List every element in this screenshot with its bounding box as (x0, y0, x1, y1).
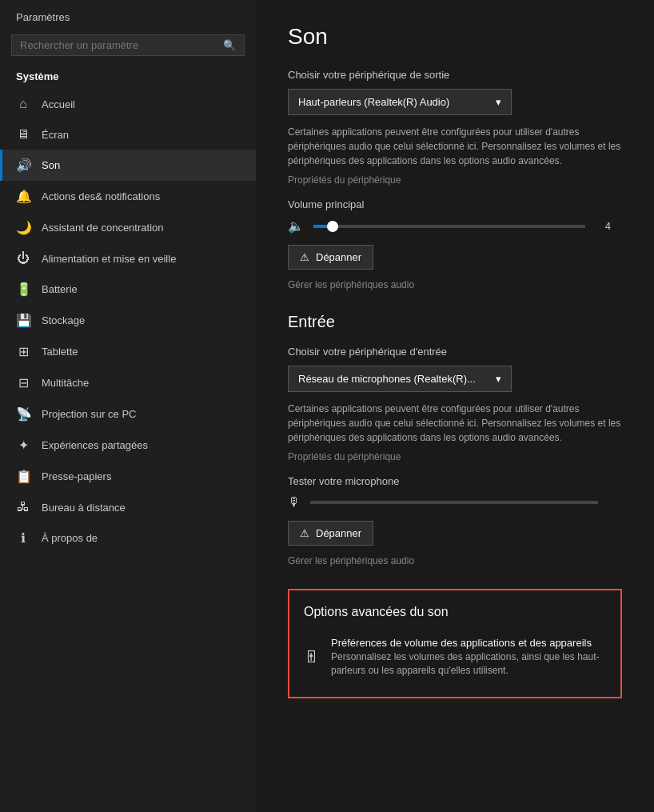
output-troubleshoot-button[interactable]: ⚠ Dépanner (288, 245, 373, 270)
sidebar-label-bureau: Bureau à distance (42, 502, 126, 514)
sidebar-label-multitache: Multitâche (42, 377, 89, 389)
ecran-icon: 🖥 (16, 127, 30, 142)
sidebar-item-batterie[interactable]: 🔋 Batterie (0, 274, 256, 305)
volume-icon: 🔈 (288, 218, 304, 234)
assistant-icon: 🌙 (16, 220, 30, 235)
apropos-icon: ℹ (16, 530, 30, 546)
alimentation-icon: ⏻ (16, 251, 30, 266)
output-troubleshoot-label: Dépanner (316, 251, 361, 263)
sidebar-section-label: Système (0, 66, 256, 89)
bureau-icon: 🖧 (16, 500, 30, 514)
advanced-item-desc: Personnalisez les volumes des applicatio… (331, 650, 606, 678)
sidebar: Paramètres 🔍 Système ⌂ Accueil 🖥 Écran 🔊… (0, 0, 256, 812)
sidebar-label-experiences: Expériences partagées (42, 439, 148, 451)
sidebar-item-projection[interactable]: 📡 Projection sur ce PC (0, 398, 256, 430)
output-device-label: Haut-parleurs (Realtek(R) Audio) (298, 96, 449, 108)
input-section-heading: Entrée (288, 313, 622, 331)
sidebar-label-assistant: Assistant de concentration (42, 222, 163, 234)
volume-row: 🔈 4 (288, 218, 622, 234)
input-device-heading: Choisir votre périphérique d'entrée (288, 346, 622, 358)
actions-icon: 🔔 (16, 189, 30, 204)
search-box[interactable]: 🔍 (11, 34, 245, 56)
input-device-props-link[interactable]: Propriétés du périphérique (288, 451, 622, 462)
input-warning-icon: ⚠ (300, 527, 309, 539)
projection-icon: 📡 (16, 406, 30, 422)
sidebar-label-ecran: Écran (42, 129, 69, 141)
input-manage-link[interactable]: Gérer les périphériques audio (288, 555, 622, 566)
sidebar-item-stockage[interactable]: 💾 Stockage (0, 305, 256, 336)
volume-label: Volume principal (288, 198, 622, 210)
advanced-volume-icon: 🎚 (304, 648, 320, 666)
output-device-props-link[interactable]: Propriétés du périphérique (288, 174, 622, 186)
sidebar-item-assistant[interactable]: 🌙 Assistant de concentration (0, 212, 256, 243)
input-info-text: Certaines applications peuvent être conf… (288, 402, 622, 445)
sidebar-item-experiences[interactable]: ✦ Expériences partagées (0, 430, 256, 461)
mic-test-label: Tester votre microphone (288, 475, 622, 487)
multitache-icon: ⊟ (16, 375, 30, 390)
sidebar-item-apropos[interactable]: ℹ À propos de (0, 522, 256, 554)
stockage-icon: 💾 (16, 313, 30, 328)
input-troubleshoot-label: Dépanner (316, 527, 361, 539)
input-device-label: Réseau de microphones (Realtek(R)... (298, 373, 476, 385)
input-troubleshoot-button[interactable]: ⚠ Dépanner (288, 521, 373, 546)
output-heading: Choisir votre périphérique de sortie (288, 69, 622, 81)
sidebar-item-bureau[interactable]: 🖧 Bureau à distance (0, 492, 256, 522)
input-device-dropdown[interactable]: Réseau de microphones (Realtek(R)... ▾ (288, 366, 512, 392)
sidebar-label-apropos: À propos de (42, 532, 98, 544)
mic-icon: 🎙 (288, 495, 301, 510)
sidebar-label-son: Son (42, 159, 60, 171)
advanced-item-label: Préférences de volume des applications e… (331, 637, 606, 649)
main-content: Son Choisir votre périphérique de sortie… (256, 0, 654, 812)
sidebar-item-alimentation[interactable]: ⏻ Alimentation et mise en veille (0, 243, 256, 274)
volume-slider-fill (313, 225, 327, 228)
sidebar-item-presse[interactable]: 📋 Presse-papiers (0, 461, 256, 492)
batterie-icon: 🔋 (16, 282, 30, 297)
mic-level-track (310, 501, 598, 504)
app-title: Paramètres (0, 0, 256, 31)
sidebar-item-multitache[interactable]: ⊟ Multitâche (0, 367, 256, 398)
dropdown-arrow-icon: ▾ (496, 96, 501, 108)
advanced-options-title: Options avancées du son (304, 605, 606, 619)
sidebar-item-accueil[interactable]: ⌂ Accueil (0, 89, 256, 119)
son-icon: 🔊 (16, 158, 30, 173)
page-title: Son (288, 24, 622, 50)
advanced-volume-item[interactable]: 🎚 Préférences de volume des applications… (304, 632, 606, 682)
volume-value: 4 (595, 220, 611, 232)
sidebar-item-son[interactable]: 🔊 Son (0, 150, 256, 181)
search-input[interactable] (20, 39, 217, 51)
sidebar-label-stockage: Stockage (42, 314, 85, 326)
output-device-dropdown[interactable]: Haut-parleurs (Realtek(R) Audio) ▾ (288, 89, 512, 115)
sidebar-label-alimentation: Alimentation et mise en veille (42, 253, 176, 265)
sidebar-label-accueil: Accueil (42, 98, 75, 110)
sidebar-item-ecran[interactable]: 🖥 Écran (0, 119, 256, 150)
mic-level-row: 🎙 (288, 495, 622, 510)
sidebar-label-tablette: Tablette (42, 346, 78, 358)
volume-slider-thumb (327, 221, 338, 232)
output-manage-link[interactable]: Gérer les périphériques audio (288, 279, 622, 290)
presse-icon: 📋 (16, 469, 30, 484)
output-info-text: Certaines applications peuvent être conf… (288, 125, 622, 168)
experiences-icon: ✦ (16, 438, 30, 453)
sidebar-label-batterie: Batterie (42, 283, 78, 295)
warning-icon: ⚠ (300, 251, 309, 263)
advanced-options-box: Options avancées du son 🎚 Préférences de… (288, 589, 622, 698)
search-icon: 🔍 (223, 39, 236, 51)
accueil-icon: ⌂ (16, 97, 30, 111)
tablette-icon: ⊞ (16, 344, 30, 359)
sidebar-label-projection: Projection sur ce PC (42, 408, 137, 420)
sidebar-nav: ⌂ Accueil 🖥 Écran 🔊 Son 🔔 Actions des& n… (0, 89, 256, 554)
volume-slider-track[interactable] (313, 225, 585, 228)
sidebar-item-tablette[interactable]: ⊞ Tablette (0, 336, 256, 367)
sidebar-label-presse: Presse-papiers (42, 470, 111, 482)
sidebar-label-actions: Actions des& notifications (42, 190, 160, 202)
sidebar-item-actions[interactable]: 🔔 Actions des& notifications (0, 181, 256, 212)
input-dropdown-arrow-icon: ▾ (496, 373, 501, 385)
